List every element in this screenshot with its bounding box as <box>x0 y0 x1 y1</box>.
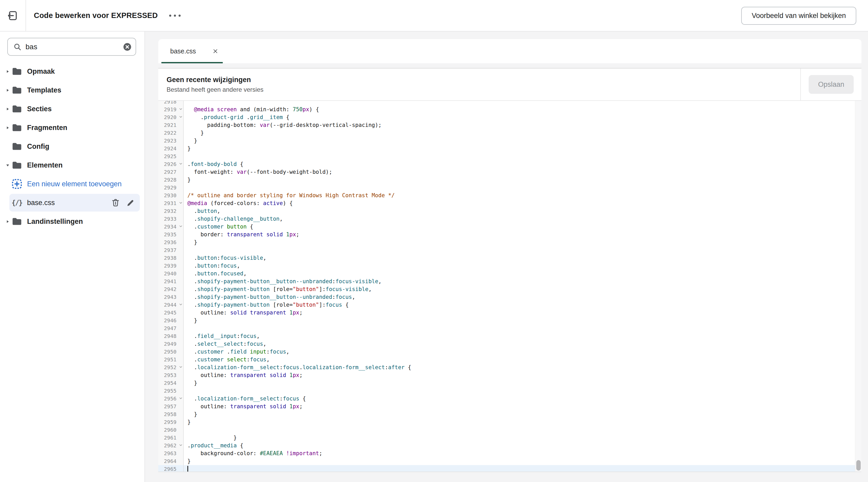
code-line-2939[interactable]: 2939 .button:focus, <box>158 262 862 270</box>
code-line-2951[interactable]: 2951 .customer select:focus, <box>158 356 862 364</box>
code-line-2944[interactable]: 2944 .shopify-payment-button [role="butt… <box>158 301 862 309</box>
code-line-2940[interactable]: 2940 .button.focused, <box>158 270 862 278</box>
code-line-2922[interactable]: 2922 } <box>158 129 862 137</box>
code-line-content[interactable]: } <box>184 434 862 442</box>
code-line-content[interactable]: } <box>184 137 862 145</box>
delete-file-button[interactable] <box>111 198 120 207</box>
caret-down-icon[interactable] <box>4 164 11 167</box>
code-line-content[interactable]: } <box>184 410 862 418</box>
code-line-content[interactable]: padding-bottom: var(--grid-desktop-verti… <box>184 121 862 129</box>
code-line-2954[interactable]: 2954 } <box>158 379 862 387</box>
code-line-2918[interactable]: 2918 <box>158 101 862 106</box>
code-line-content[interactable] <box>184 246 862 254</box>
code-line-content[interactable] <box>184 426 862 434</box>
search-input[interactable] <box>26 43 123 51</box>
code-line-2952[interactable]: 2952 .localization-form__select:focus.lo… <box>158 364 862 371</box>
scrollbar-thumb[interactable] <box>856 460 861 471</box>
code-line-2937[interactable]: 2937 <box>158 246 862 254</box>
code-line-content[interactable] <box>184 465 862 472</box>
code-line-2962[interactable]: 2962.product__media { <box>158 442 862 449</box>
code-line-content[interactable]: .product-grid .grid__item { <box>184 113 862 121</box>
code-line-content[interactable]: .shopify-payment-button [role="button"]:… <box>184 285 862 293</box>
code-line-2942[interactable]: 2942 .shopify-payment-button [role="butt… <box>158 285 862 293</box>
code-line-content[interactable]: font-weight: var(--font-body-weight-bold… <box>184 168 862 176</box>
code-line-2950[interactable]: 2950 .customer .field input:focus, <box>158 348 862 356</box>
overflow-menu-button[interactable] <box>166 12 183 19</box>
code-line-2931[interactable]: 2931@media (forced-colors: active) { <box>158 199 862 207</box>
code-line-2960[interactable]: 2960 <box>158 426 862 434</box>
fold-toggle-icon[interactable] <box>179 163 182 165</box>
sidebar-item-config[interactable]: Config <box>0 137 145 156</box>
sidebar-item-elementen[interactable]: Elementen <box>0 156 145 175</box>
code-line-2929[interactable]: 2929 <box>158 184 862 192</box>
code-line-content[interactable]: } <box>184 457 862 465</box>
code-line-content[interactable]: } <box>184 129 862 137</box>
code-line-2936[interactable]: 2936 } <box>158 238 862 246</box>
clear-search-button[interactable] <box>123 43 131 51</box>
code-line-2965[interactable]: 2965 <box>158 465 862 472</box>
fold-toggle-icon[interactable] <box>179 116 182 118</box>
code-line-content[interactable] <box>184 324 862 332</box>
code-line-2958[interactable]: 2958 } <box>158 410 862 418</box>
code-line-2923[interactable]: 2923 } <box>158 137 862 145</box>
code-line-2955[interactable]: 2955 <box>158 387 862 395</box>
code-line-2933[interactable]: 2933 .shopify-challenge__button, <box>158 215 862 223</box>
code-line-2941[interactable]: 2941 .shopify-payment-button__button--un… <box>158 278 862 285</box>
code-line-content[interactable] <box>184 387 862 395</box>
code-line-2926[interactable]: 2926.font-body-bold { <box>158 160 862 168</box>
code-line-2949[interactable]: 2949 .select__select:focus, <box>158 340 862 348</box>
code-line-content[interactable]: } <box>184 418 862 426</box>
fold-toggle-icon[interactable] <box>179 202 182 204</box>
code-line-content[interactable]: .button.focused, <box>184 270 862 278</box>
code-line-2943[interactable]: 2943 .shopify-payment-button__button--un… <box>158 293 862 301</box>
code-line-content[interactable]: .select__select:focus, <box>184 340 862 348</box>
code-line-2935[interactable]: 2935 border: transparent solid 1px; <box>158 231 862 238</box>
caret-right-icon[interactable] <box>4 126 11 130</box>
code-editor[interactable]: 29182919 @media screen and (min-width: 7… <box>158 101 862 472</box>
caret-right-icon[interactable] <box>4 88 11 92</box>
sidebar-item-een-nieuw-element-toevoegen[interactable]: Een nieuw element toevoegen <box>0 175 145 193</box>
code-line-2945[interactable]: 2945 outline: solid transparent 1px; <box>158 309 862 317</box>
code-line-2921[interactable]: 2921 padding-bottom: var(--grid-desktop-… <box>158 121 862 129</box>
code-line-2930[interactable]: 2930/* outline and border styling for Wi… <box>158 192 862 199</box>
code-line-content[interactable]: .customer button { <box>184 223 862 231</box>
code-line-2938[interactable]: 2938 .button:focus-visible, <box>158 254 862 262</box>
code-line-content[interactable]: outline: transparent solid 1px; <box>184 402 862 410</box>
sidebar-item-templates[interactable]: Templates <box>0 81 145 100</box>
preview-store-button[interactable]: Voorbeeld van winkel bekijken <box>741 7 856 25</box>
code-line-content[interactable]: } <box>184 176 862 184</box>
code-line-content[interactable]: .localization-form__select:focus.localiz… <box>184 364 862 371</box>
code-line-content[interactable]: @media screen and (min-width: 750px) { <box>184 106 862 113</box>
code-line-content[interactable]: outline: transparent solid 1px; <box>184 371 862 379</box>
sidebar-item-fragmenten[interactable]: Fragmenten <box>0 118 145 137</box>
code-line-2953[interactable]: 2953 outline: transparent solid 1px; <box>158 371 862 379</box>
fold-toggle-icon[interactable] <box>179 366 182 368</box>
sidebar-item-landinstellingen[interactable]: Landinstellingen <box>0 212 145 231</box>
editor-scrollbar[interactable] <box>855 101 862 472</box>
fold-toggle-icon[interactable] <box>179 225 182 227</box>
close-tab-button[interactable] <box>211 47 220 56</box>
code-line-content[interactable]: .product__media { <box>184 442 862 449</box>
code-line-content[interactable]: .field__input:focus, <box>184 332 862 340</box>
code-line-content[interactable]: .button:focus-visible, <box>184 254 862 262</box>
sidebar-item-base-css[interactable]: {/}base.css <box>0 193 145 212</box>
code-line-2963[interactable]: 2963 background-color: #EAEAEA !importan… <box>158 449 862 457</box>
code-line-2957[interactable]: 2957 outline: transparent solid 1px; <box>158 402 862 410</box>
sidebar-item-secties[interactable]: Secties <box>0 100 145 118</box>
code-line-content[interactable]: .button:focus, <box>184 262 862 270</box>
code-line-content[interactable]: @media (forced-colors: active) { <box>184 199 862 207</box>
fold-toggle-icon[interactable] <box>179 397 182 399</box>
code-line-content[interactable]: } <box>184 317 862 324</box>
code-line-2925[interactable]: 2925 <box>158 152 862 160</box>
code-line-content[interactable]: border: transparent solid 1px; <box>184 231 862 238</box>
code-line-content[interactable]: } <box>184 379 862 387</box>
code-line-content[interactable]: .shopify-payment-button [role="button"]:… <box>184 301 862 309</box>
code-line-content[interactable] <box>184 184 862 192</box>
code-line-content[interactable]: .localization-form__select:focus { <box>184 395 862 402</box>
code-line-content[interactable] <box>184 152 862 160</box>
code-line-2924[interactable]: 2924} <box>158 145 862 152</box>
fold-toggle-icon[interactable] <box>179 303 182 306</box>
exit-editor-button[interactable] <box>5 7 21 24</box>
code-line-2927[interactable]: 2927 font-weight: var(--font-body-weight… <box>158 168 862 176</box>
code-line-2956[interactable]: 2956 .localization-form__select:focus { <box>158 395 862 402</box>
